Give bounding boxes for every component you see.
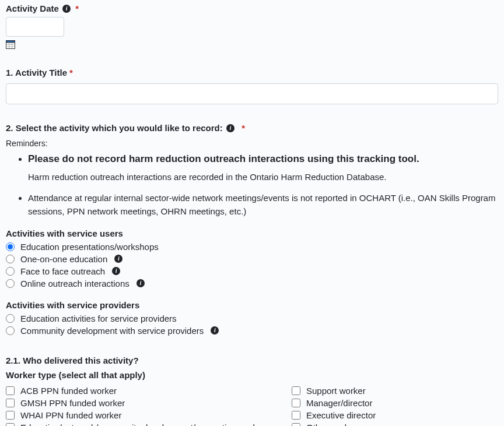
group-heading-service-providers: Activities with service providers: [6, 300, 498, 310]
activity-date-label-text: Activity Date: [6, 3, 59, 13]
checkbox-label: WHAI PPN funded worker: [20, 410, 121, 420]
checkbox-label: Executive director: [306, 410, 376, 420]
checkbox-label: GMSH PPN funded worker: [20, 398, 125, 408]
activity-title-input[interactable]: [6, 83, 498, 104]
activity-type-label: 2. Select the activity which you would l…: [6, 123, 498, 133]
radio-input[interactable]: [6, 267, 15, 276]
radio-input[interactable]: [6, 314, 15, 323]
checkbox-input[interactable]: [6, 423, 15, 426]
info-icon[interactable]: i: [112, 267, 120, 275]
checkbox-manager-director[interactable]: Manager/director: [292, 397, 376, 409]
radio-label: Community development with service provi…: [20, 326, 204, 336]
activity-title-label: 1. Activity Title*: [6, 68, 498, 78]
radio-label: One-on-one education: [20, 254, 107, 264]
reminder-item: Please do not record harm reduction outr…: [28, 152, 498, 184]
radio-label: Online outreach interactions: [20, 279, 130, 288]
checkbox-input[interactable]: [6, 399, 15, 407]
checkbox-label: Manager/director: [306, 398, 372, 408]
worker-col-left: ACB PPN funded worker GMSH PPN funded wo…: [6, 385, 268, 426]
checkbox-input[interactable]: [6, 386, 15, 395]
worker-type-sublabel: Worker type (select all that apply): [6, 370, 498, 380]
checkbox-input[interactable]: [6, 411, 15, 420]
radio-online-outreach[interactable]: Online outreach interactions i: [6, 277, 498, 290]
radio-label: Face to face outreach: [20, 266, 105, 276]
radio-education-presentations[interactable]: Education presentations/workshops: [6, 241, 498, 253]
checkbox-whai-ppn[interactable]: WHAI PPN funded worker: [6, 409, 268, 421]
checkbox-input[interactable]: [292, 386, 300, 395]
who-delivered-section: 2.1. Who delivered this activity? Worker…: [6, 355, 498, 426]
radio-input[interactable]: [6, 279, 15, 288]
info-icon[interactable]: i: [62, 5, 71, 13]
activity-type-section: 2. Select the activity which you would l…: [6, 123, 498, 337]
required-star: *: [75, 3, 79, 13]
activity-date-input[interactable]: [6, 17, 64, 37]
reminder-list: Please do not record harm reduction outr…: [6, 152, 498, 218]
activity-date-label: Activity Date i *: [6, 3, 498, 13]
group-heading-service-users: Activities with service users: [6, 228, 498, 238]
reminder-bold: Please do not record harm reduction outr…: [28, 153, 419, 164]
checkbox-other-worker[interactable]: Other worker: [292, 421, 376, 426]
activity-title-label-text: 1. Activity Title: [6, 68, 67, 78]
svg-rect-1: [6, 41, 15, 43]
reminders-heading: Reminders:: [6, 139, 498, 148]
radio-input[interactable]: [6, 242, 15, 251]
activity-title-section: 1. Activity Title*: [6, 68, 498, 104]
checkbox-label: Education/outreach/community development…: [20, 423, 265, 426]
who-delivered-label: 2.1. Who delivered this activity?: [6, 355, 498, 365]
activity-type-label-text: 2. Select the activity which you would l…: [6, 123, 223, 133]
checkbox-input[interactable]: [292, 411, 300, 420]
radio-label: Education presentations/workshops: [20, 242, 159, 252]
radio-face-to-face-outreach[interactable]: Face to face outreach i: [6, 265, 498, 277]
info-icon[interactable]: i: [114, 255, 123, 263]
radio-input[interactable]: [6, 326, 15, 335]
checkbox-education-outreach-worker[interactable]: Education/outreach/community development…: [6, 421, 268, 426]
radio-one-on-one-education[interactable]: One-on-one education i: [6, 253, 498, 265]
required-star: *: [69, 68, 73, 78]
activity-date-section: Activity Date i *: [6, 3, 498, 49]
radio-input[interactable]: [6, 255, 15, 263]
info-icon[interactable]: i: [211, 326, 219, 335]
worker-col-right: Support worker Manager/director Executiv…: [292, 385, 376, 426]
calendar-icon[interactable]: [6, 40, 498, 49]
checkbox-label: Other worker: [306, 423, 357, 426]
reminder-sub: Harm reduction outreach interactions are…: [28, 170, 498, 184]
checkbox-input[interactable]: [292, 399, 300, 407]
checkbox-input[interactable]: [292, 423, 300, 426]
reminder-item: Attendance at regular internal sector-wi…: [28, 191, 498, 219]
required-star: *: [239, 123, 245, 133]
checkbox-label: Support worker: [306, 386, 366, 396]
radio-label: Education activities for service provide…: [20, 314, 177, 323]
info-icon[interactable]: i: [226, 124, 235, 132]
checkbox-executive-director[interactable]: Executive director: [292, 409, 376, 421]
checkbox-label: ACB PPN funded worker: [20, 386, 117, 396]
radio-education-service-providers[interactable]: Education activities for service provide…: [6, 312, 498, 325]
info-icon[interactable]: i: [136, 279, 145, 287]
radio-community-development[interactable]: Community development with service provi…: [6, 325, 498, 337]
checkbox-acb-ppn[interactable]: ACB PPN funded worker: [6, 385, 268, 397]
checkbox-gmsh-ppn[interactable]: GMSH PPN funded worker: [6, 397, 268, 409]
checkbox-support-worker[interactable]: Support worker: [292, 385, 376, 397]
